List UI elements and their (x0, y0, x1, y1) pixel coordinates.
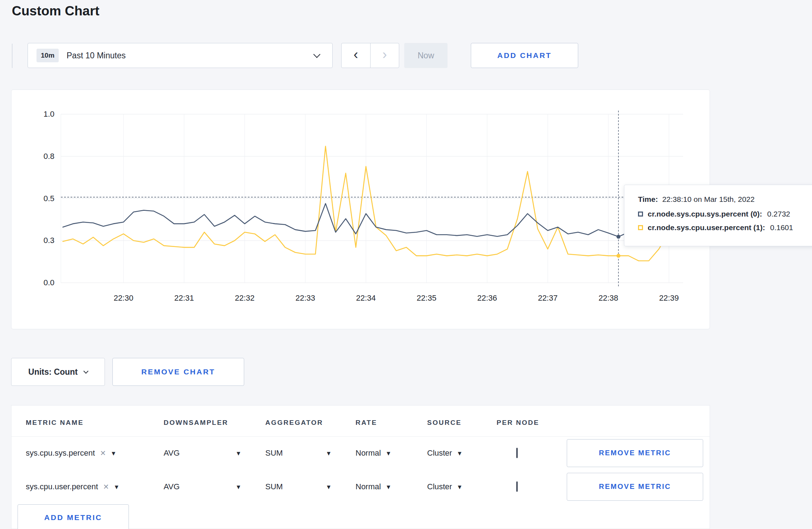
metrics-table: METRIC NAME DOWNSAMPLER AGGREGATOR RATE … (11, 405, 710, 529)
svg-text:22:38: 22:38 (599, 293, 618, 302)
tooltip-series-row: cr.node.sys.cpu.sys.percent (0): 0.2732 (638, 210, 812, 218)
downsampler-value: AVG (164, 448, 180, 458)
units-label: Units: Count (28, 367, 78, 377)
series-sys-marker-icon (638, 212, 643, 217)
svg-text:22:35: 22:35 (417, 293, 436, 302)
time-prev-button[interactable]: ‹ (341, 43, 371, 68)
source-value: Cluster (427, 482, 452, 491)
svg-text:22:31: 22:31 (174, 293, 194, 302)
chart-tooltip: Time:22:38:10 on Mar 15th, 2022 cr.node.… (624, 185, 812, 246)
chevron-down-icon (83, 368, 88, 373)
downsampler-value: AVG (164, 482, 180, 491)
caret-down-icon: ▾ (237, 449, 240, 457)
metric-row: sys.cpu.sys.percent ✕ ▾ AVG ▾ SUM ▾ Norm… (26, 436, 703, 470)
caret-down-icon: ▾ (237, 482, 240, 491)
col-header-rate: RATE (356, 419, 427, 427)
rate-select[interactable]: Normal ▾ (356, 482, 427, 491)
tooltip-series-value: 0.2732 (767, 210, 790, 218)
svg-text:22:33: 22:33 (295, 293, 315, 302)
caret-down-icon: ▾ (387, 482, 390, 491)
remove-chart-button[interactable]: REMOVE CHART (112, 358, 244, 386)
downsampler-select[interactable]: AVG ▾ (164, 448, 265, 458)
tooltip-time-row: Time:22:38:10 on Mar 15th, 2022 (638, 195, 812, 204)
time-range-label: Past 10 Minutes (67, 51, 126, 60)
time-next-button[interactable]: › (370, 43, 400, 68)
prev-arrow-icon: ‹ (353, 48, 358, 61)
chevron-down-icon (313, 51, 320, 58)
downsampler-select[interactable]: AVG ▾ (164, 482, 265, 491)
col-header-source: SOURCE (427, 419, 497, 427)
caret-down-icon: ▾ (458, 482, 461, 491)
caret-down-icon: ▾ (327, 449, 330, 457)
svg-text:22:39: 22:39 (659, 293, 679, 302)
aggregator-value: SUM (265, 448, 283, 458)
tooltip-series-value: 0.1601 (770, 223, 793, 232)
col-header-downsampler: DOWNSAMPLER (164, 419, 265, 427)
svg-text:0.0: 0.0 (43, 278, 54, 287)
source-select[interactable]: Cluster ▾ (427, 482, 497, 491)
series-user-marker-icon (638, 225, 643, 230)
svg-text:1.0: 1.0 (43, 110, 54, 118)
clear-metric-icon[interactable]: ✕ (103, 482, 109, 491)
tooltip-series-name: cr.node.sys.cpu.user.percent (1): (648, 223, 765, 232)
metric-name-select[interactable]: sys.cpu.sys.percent ✕ ▾ (26, 448, 164, 458)
svg-text:22:36: 22:36 (477, 293, 497, 302)
tooltip-series-row: cr.node.sys.cpu.user.percent (1): 0.1601 (638, 223, 812, 232)
caret-down-icon: ▾ (327, 482, 330, 491)
tooltip-time-value: 22:38:10 on Mar 15th, 2022 (662, 195, 755, 203)
svg-text:22:30: 22:30 (113, 293, 133, 302)
col-header-metric-name: METRIC NAME (26, 419, 164, 427)
tooltip-series-name: cr.node.sys.cpu.sys.percent (0): (648, 210, 762, 218)
source-select[interactable]: Cluster ▾ (427, 448, 497, 458)
svg-text:22:34: 22:34 (356, 293, 376, 302)
now-button[interactable]: Now (404, 43, 448, 68)
col-header-per-node: PER NODE (497, 419, 567, 427)
svg-text:0.5: 0.5 (43, 194, 54, 203)
time-range-badge: 10m (37, 49, 59, 62)
caret-down-icon: ▾ (458, 449, 461, 457)
remove-metric-button[interactable]: REMOVE METRIC (567, 439, 703, 467)
chart-card: 0.00.30.50.81.022:3022:3122:3222:3322:34… (11, 89, 710, 329)
metric-row: sys.cpu.user.percent ✕ ▾ AVG ▾ SUM ▾ Nor… (26, 470, 703, 503)
metric-name-select[interactable]: sys.cpu.user.percent ✕ ▾ (26, 482, 164, 491)
svg-text:22:32: 22:32 (235, 293, 255, 302)
metric-name-value: sys.cpu.sys.percent (26, 448, 95, 458)
metrics-table-header: METRIC NAME DOWNSAMPLER AGGREGATOR RATE … (26, 416, 567, 430)
rate-value: Normal (356, 448, 381, 458)
per-node-checkbox[interactable] (516, 481, 518, 492)
metrics-chart[interactable]: 0.00.30.50.81.022:3022:3122:3222:3322:34… (11, 90, 710, 330)
per-node-checkbox[interactable] (516, 448, 518, 458)
next-arrow-icon: › (382, 48, 387, 61)
clear-metric-icon[interactable]: ✕ (100, 449, 106, 457)
time-nav-group: ‹ › (341, 43, 399, 68)
tooltip-time-label: Time: (638, 195, 658, 203)
caret-down-icon: ▾ (115, 482, 119, 491)
col-header-aggregator: AGGREGATOR (265, 419, 356, 427)
remove-metric-button[interactable]: REMOVE METRIC (567, 473, 703, 501)
add-metric-button[interactable]: ADD METRIC (18, 504, 129, 529)
rate-value: Normal (356, 482, 381, 491)
source-value: Cluster (427, 448, 452, 458)
toolbar-divider (12, 44, 13, 68)
units-dropdown[interactable]: Units: Count (11, 358, 105, 386)
caret-down-icon: ▾ (387, 449, 390, 457)
rate-select[interactable]: Normal ▾ (356, 448, 427, 458)
add-chart-button[interactable]: ADD CHART (471, 43, 578, 68)
time-range-dropdown[interactable]: 10m Past 10 Minutes (28, 43, 333, 68)
svg-text:22:37: 22:37 (538, 293, 557, 302)
aggregator-value: SUM (265, 482, 283, 491)
svg-text:0.8: 0.8 (43, 152, 54, 161)
page-title: Custom Chart (12, 4, 100, 19)
aggregator-select[interactable]: SUM ▾ (265, 448, 356, 458)
metric-name-value: sys.cpu.user.percent (26, 482, 98, 491)
svg-text:0.3: 0.3 (43, 236, 54, 245)
caret-down-icon: ▾ (112, 449, 115, 457)
aggregator-select[interactable]: SUM ▾ (265, 482, 356, 491)
